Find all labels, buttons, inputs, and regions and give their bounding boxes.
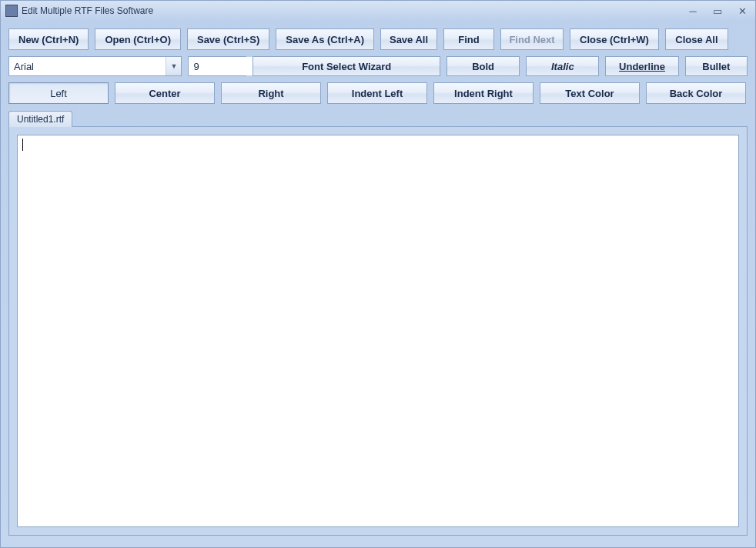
save-as-button[interactable]: Save As (Ctrl+A) — [276, 28, 374, 50]
italic-button[interactable]: Italic — [526, 56, 599, 76]
font-name-select[interactable]: ▼ — [8, 56, 182, 76]
bullet-button[interactable]: Bullet — [685, 56, 748, 76]
save-button[interactable]: Save (Ctrl+S) — [187, 28, 269, 50]
editor-frame — [8, 126, 748, 536]
toolbar-row-align: Left Center Right Indent Left Indent Rig… — [8, 82, 748, 104]
close-button[interactable]: Close (Ctrl+W) — [570, 28, 659, 50]
maximize-button[interactable]: ▭ — [709, 5, 726, 17]
app-window: Edit Multiple RTF Files Software ─ ▭ ✕ N… — [0, 0, 756, 548]
bold-button[interactable]: Bold — [447, 56, 520, 76]
open-button[interactable]: Open (Ctrl+O) — [95, 28, 181, 50]
align-left-button[interactable]: Left — [8, 82, 109, 104]
indent-right-button[interactable]: Indent Right — [433, 82, 534, 104]
document-tab[interactable]: Untitled1.rtf — [8, 111, 72, 127]
toolbar-row-font: ▼ ▼ Font Select Wizard Bold Italic Under… — [8, 56, 748, 76]
align-center-button[interactable]: Center — [115, 82, 215, 104]
align-right-button[interactable]: Right — [221, 82, 321, 104]
titlebar: Edit Multiple RTF Files Software ─ ▭ ✕ — [1, 1, 755, 21]
back-color-button[interactable]: Back Color — [646, 82, 746, 104]
minimize-button[interactable]: ─ — [684, 5, 701, 17]
document-tab-strip: Untitled1.rtf — [8, 110, 748, 126]
find-button[interactable]: Find — [443, 28, 494, 50]
text-color-button[interactable]: Text Color — [540, 82, 640, 104]
text-editor[interactable] — [17, 135, 739, 527]
app-icon — [5, 5, 18, 17]
indent-left-button[interactable]: Indent Left — [327, 82, 427, 104]
find-next-button[interactable]: Find Next — [500, 28, 564, 50]
toolbar-row-file: New (Ctrl+N) Open (Ctrl+O) Save (Ctrl+S)… — [8, 28, 748, 50]
font-size-select[interactable]: ▼ — [188, 56, 246, 76]
font-name-input[interactable] — [9, 57, 166, 75]
content-area: New (Ctrl+N) Open (Ctrl+O) Save (Ctrl+S)… — [1, 21, 755, 545]
window-title: Edit Multiple RTF Files Software — [22, 5, 684, 16]
close-window-button[interactable]: ✕ — [734, 5, 751, 17]
chevron-down-icon[interactable]: ▼ — [166, 57, 181, 75]
save-all-button[interactable]: Save All — [380, 28, 437, 50]
font-select-wizard-button[interactable]: Font Select Wizard — [253, 56, 440, 76]
window-controls: ─ ▭ ✕ — [684, 5, 751, 17]
text-caret — [22, 139, 23, 151]
underline-button[interactable]: Underline — [605, 56, 678, 76]
close-all-button[interactable]: Close All — [665, 28, 728, 50]
new-button[interactable]: New (Ctrl+N) — [8, 28, 89, 50]
